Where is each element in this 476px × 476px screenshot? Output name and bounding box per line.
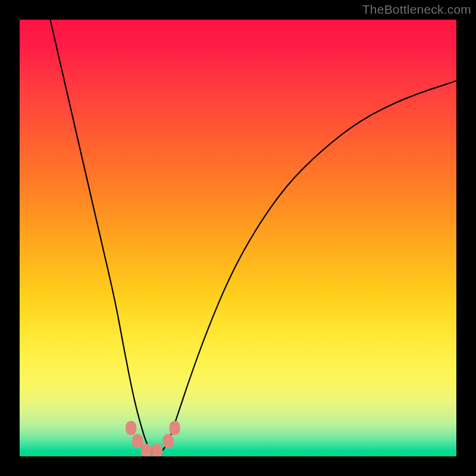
curve-marker [163, 434, 174, 448]
curve-markers [126, 421, 180, 456]
bottleneck-curve [50, 20, 456, 454]
watermark-text: TheBottleneck.com [362, 2, 471, 17]
curve-svg [20, 20, 456, 456]
curve-marker [152, 444, 162, 457]
curve-marker [132, 434, 143, 448]
chart-frame: TheBottleneck.com [0, 0, 476, 476]
curve-marker [141, 444, 152, 457]
plot-area [20, 20, 456, 456]
curve-marker [170, 421, 180, 435]
curve-marker [126, 421, 136, 435]
